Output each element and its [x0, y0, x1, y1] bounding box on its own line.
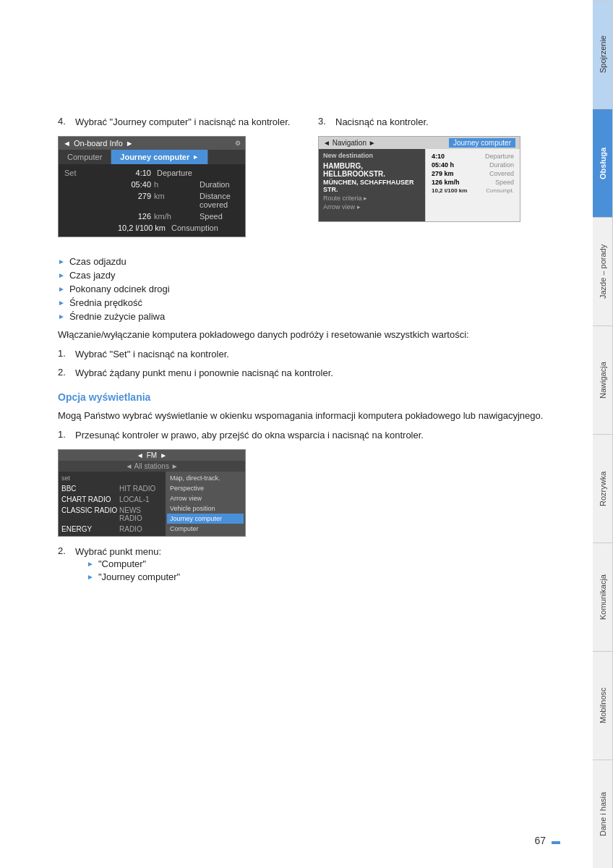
substep2-text: Wybrać punkt menu:	[75, 546, 161, 557]
bullet-arrow-4: ►	[58, 299, 65, 307]
step2-text: Wybrać żądany punkt menu i ponownie naci…	[75, 367, 333, 380]
radio-set-row: set	[61, 473, 163, 483]
nav-right-data: 4:10Departure 05:40 hDuration 279 kmCove…	[430, 152, 515, 195]
screen-row-4: 126 km/h Speed	[59, 210, 245, 222]
substep1-item: 1. Przesunąć kontroler w prawo, aby prze…	[58, 429, 564, 442]
nav-city2: MÜNCHEN, SCHAFFHAUSER STR.	[323, 179, 421, 193]
list-item-4: ► Średnia prędkość	[58, 297, 564, 308]
step1-item: 1. Wybrać "Set" i nacisnąć na kontroler.	[58, 348, 564, 361]
nav-data-row-1: Route criteria ▸	[323, 194, 421, 203]
body-text-2: Mogą Państwo wybrać wyświetlanie w okien…	[58, 409, 564, 423]
radio-menu-item-3: Arrow view	[167, 493, 244, 503]
radio-menu-item-6: Computer	[167, 524, 244, 534]
radio-title-bar: ◄ FM ►	[59, 450, 245, 461]
screen-row-2: 05:40 h Duration	[59, 179, 245, 190]
bullet-list: ► Czas odjazdu ► Czas jazdy ► Pokonany o…	[58, 256, 564, 322]
nav-right-row-1: 4:10Departure	[430, 152, 515, 161]
radio-body: set BBC HIT RADIO CHART RADIO LOCAL-1 CL…	[59, 472, 245, 536]
substep1-text: Przesunąć kontroler w prawo, aby przejść…	[75, 429, 424, 442]
radio-station-row-3: CLASSIC RADIO NEWS RADIO	[61, 505, 163, 524]
radio-station-row-2: CHART RADIO LOCAL-1	[61, 494, 163, 505]
list-item-1: ► Czas odjazdu	[58, 256, 564, 267]
nav-left-panel: New destination HAMBURG, HELLBROOKSTR. M…	[319, 149, 426, 221]
bullet-arrow-2: ►	[58, 271, 65, 279]
substep2-number: 2.	[58, 545, 69, 584]
sidebar-tab-obsluga[interactable]: Obsługa	[593, 109, 613, 217]
step4-number: 4.	[58, 116, 69, 129]
substep2-item: 2. Wybrać punkt menu: ► "Computer" ► "Jo…	[58, 545, 564, 584]
nav-right-panel: 4:10Departure 05:40 hDuration 279 kmCove…	[426, 149, 520, 221]
radio-menu-item-1: Map, direct-track.	[167, 473, 244, 483]
nav-right-row-4: 126 km/hSpeed	[430, 178, 515, 187]
sub-bullet-1: ► "Computer"	[87, 558, 180, 569]
screen-tab-row: Computer Journey computer ►	[59, 150, 245, 164]
step1-number: 1.	[58, 348, 69, 361]
step3-text: Nacisnąć na kontroler.	[335, 116, 429, 129]
nav-right-row-2: 05:40 hDuration	[430, 161, 515, 169]
body-text-1: Włączanie/wyłączanie komputera pokładowe…	[58, 328, 564, 342]
radio-station-row-1: BBC HIT RADIO	[61, 483, 163, 494]
sidebar-tab-dane[interactable]: Dane i hasia	[593, 760, 613, 868]
list-item-3: ► Pokonany odcinek drogi	[58, 284, 564, 294]
step2-number: 2.	[58, 367, 69, 380]
nav-screen-body: New destination HAMBURG, HELLBROOKSTR. M…	[319, 149, 520, 221]
step1-text: Wybrać "Set" i nacisnąć na kontroler.	[75, 348, 229, 361]
substep1-number: 1.	[58, 429, 69, 442]
sidebar-tab-komunikacja[interactable]: Komunikacja	[593, 542, 613, 651]
bullet-arrow-1: ►	[58, 258, 65, 265]
step4-text: Wybrać "Journey computer" i nacisnąć na …	[75, 116, 290, 129]
nav-tab-label: Navigation	[333, 139, 366, 147]
screen-row-5: 10,2 l/100 km Consumption	[59, 222, 245, 234]
page-number: 67	[535, 835, 560, 846]
radio-title: FM	[147, 451, 157, 459]
radio-screen: ◄ FM ► ◄ All stations ► set BBC HIT RADI…	[58, 449, 246, 537]
radio-station-row-4: ENERGY RADIO	[61, 524, 163, 535]
page-number-badge	[552, 841, 560, 844]
screen-data-table: Set 4:10 Departure 05:40 h Duration	[59, 164, 245, 237]
screen-row-3: 279 km Distance covered	[59, 190, 245, 210]
sub-bullet-arrow-1: ►	[87, 560, 94, 568]
screen-title-bar: ◄ On-board Info ► ⚙	[59, 137, 245, 150]
sub-bullet-2: ► "Journey computer"	[87, 571, 180, 582]
journey-computer-tab: Journey computer ►	[111, 150, 208, 164]
onboard-title: On-board Info	[74, 139, 123, 148]
radio-stations: set BBC HIT RADIO CHART RADIO LOCAL-1 CL…	[59, 472, 166, 536]
sidebar: Spojrzenie Obsługa Jazde – porady Nawiga…	[593, 0, 613, 868]
nav-screen-header: ◄ Navigation ► Journey computer	[319, 137, 520, 149]
sidebar-tab-spojrzenie[interactable]: Spojrzenie	[593, 0, 613, 109]
onboard-screen: ◄ On-board Info ► ⚙ Computer Journey com…	[58, 136, 246, 237]
bullet-arrow-5: ►	[58, 312, 65, 320]
sidebar-tab-rozrywka[interactable]: Rozrywka	[593, 434, 613, 542]
sidebar-tab-nawigacja[interactable]: Nawigacja	[593, 326, 613, 434]
nav-data-row-2: Arrow view ▸	[323, 203, 421, 211]
radio-subtitle: ◄ All stations ►	[59, 461, 245, 472]
sub-bullet-arrow-2: ►	[87, 573, 94, 581]
nav-right-row-5: 10,2 l/100 kmConsumpt.	[430, 187, 515, 195]
nav-destination: New destination	[323, 152, 421, 159]
bullet-arrow-3: ►	[58, 285, 65, 293]
radio-menu-item-2: Perspective	[167, 483, 244, 493]
step2-item: 2. Wybrać żądany punkt menu i ponownie n…	[58, 367, 564, 380]
computer-tab: Computer	[59, 150, 111, 164]
nav-screen: ◄ Navigation ► Journey computer New dest…	[318, 136, 520, 222]
screen-row-1: Set 4:10 Departure	[59, 167, 245, 179]
radio-menu-panel: Map, direct-track. Perspective Arrow vie…	[166, 472, 245, 536]
indented-steps: ► "Computer" ► "Journey computer"	[87, 558, 180, 582]
radio-menu-item-4: Vehicle position	[167, 503, 244, 514]
nav-journey-label: Journey computer	[449, 138, 515, 148]
nav-city1: HAMBURG, HELLBROOKSTR.	[323, 162, 421, 178]
sidebar-tab-jazde[interactable]: Jazde – porady	[593, 217, 613, 326]
list-item-5: ► Średnie zużycie paliwa	[58, 311, 564, 322]
step3-number: 3.	[318, 116, 330, 129]
radio-menu-item-5: Journey computer	[167, 514, 244, 524]
nav-right-row-3: 279 kmCovered	[430, 169, 515, 178]
list-item-2: ► Czas jazdy	[58, 270, 564, 281]
sidebar-tab-mobilnosc[interactable]: Mobilnosc	[593, 651, 613, 760]
section-heading: Opcja wyświetlania	[58, 391, 564, 403]
